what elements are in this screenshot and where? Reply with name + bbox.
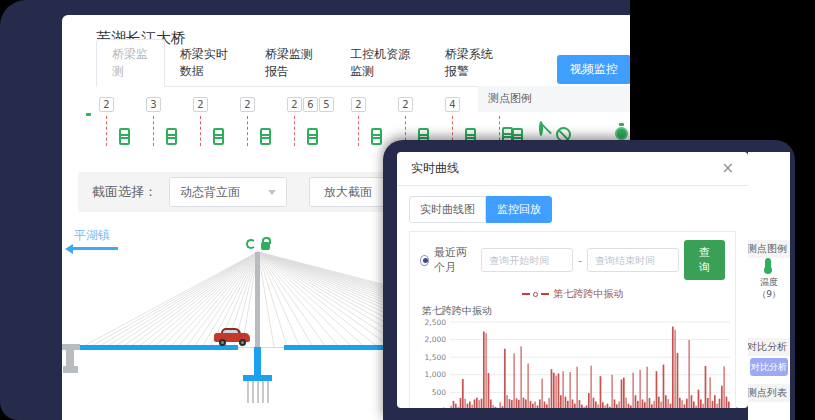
bridge-tower [255,252,260,347]
tab-1[interactable]: 桥梁实时数据 [165,40,250,86]
svg-text:1,000: 1,000 [425,370,447,379]
svg-text:2,000: 2,000 [425,335,447,344]
section-select-value: 动态背立面 [180,184,240,201]
sensor-drop-line [358,116,359,146]
section-select-label: 截面选择： [92,183,157,201]
recent-two-months-radio[interactable] [420,255,429,266]
svg-text:500: 500 [432,388,447,397]
underlying-page-fragment: 测点图例 温度 （9） 对比分析 对比分析 测点列表 [748,152,790,420]
legend-series-label: 第七跨跨中振动 [554,287,624,301]
chain-icon[interactable] [260,128,270,144]
sensor-count-badge[interactable]: 2 [99,97,114,112]
vibration-chart: 05001,0001,5002,0002,500时间 2018-09-30 16… [420,318,725,408]
sensor-count-badge[interactable]: 2 [398,97,413,112]
sensor-drop-line [106,116,107,146]
tab-4[interactable]: 桥梁系统报警 [430,40,515,86]
bridge-abutment [63,366,78,373]
sensor-group: 2 [240,97,270,154]
legend-marker-icon [541,293,549,295]
sensor-count-badge[interactable]: 6 [303,97,318,112]
sensor-count-badge[interactable]: 2 [351,97,366,112]
video-monitor-button[interactable]: 视频监控 [557,55,631,84]
tab-2[interactable]: 桥梁监测报告 [250,40,335,86]
car-wheel [219,339,226,346]
bridge-deck [72,345,238,350]
chain-icon[interactable] [119,128,129,144]
legend-marker-icon [522,293,530,295]
chain-icon[interactable] [307,128,317,144]
chart-legend[interactable]: 第七跨跨中振动 [420,287,725,301]
sensor-group: 2 [351,97,381,154]
thermometer-icon [765,258,771,269]
sensor-drop-line [247,116,248,146]
chain-icon[interactable] [371,128,381,144]
compare-analysis-button[interactable]: 对比分析 [750,358,788,376]
dialog-header: 实时曲线 × [397,152,748,186]
dialog-title: 实时曲线 [411,160,459,177]
bridge-tower-base [254,347,261,377]
legend-panel-header: 测点图例 [478,86,630,112]
recent-two-months-label: 最近两个月 [434,245,476,275]
sensor-count-badge[interactable]: 2 [193,97,208,112]
desktop-background [630,0,815,146]
tab-3[interactable]: 工控机资源监测 [335,40,429,86]
sensor-group: 2 [193,97,223,154]
sensor-count-badge[interactable]: 3 [146,97,161,112]
query-button[interactable]: 查询 [684,240,725,280]
compare-analysis-header: 对比分析 [748,338,790,356]
date-range-separator: - [578,254,582,267]
sensor-group: 3 [146,97,176,154]
svg-text:1,500: 1,500 [425,353,447,362]
sensor-group: 2 [99,97,129,154]
bridge-deck-gap [238,347,284,348]
dialog-tab-bar: 实时曲线图监控回放 [409,196,736,223]
section-select-dropdown[interactable]: 动态背立面 [169,177,287,207]
svg-text:时间: 时间 [736,406,738,408]
sensor-count-badge[interactable]: 5 [319,97,334,112]
close-icon[interactable]: × [721,161,734,176]
bridge-piles [247,381,269,403]
sensor-count-badge[interactable]: 2 [240,97,255,112]
svg-text:2,500: 2,500 [425,318,447,327]
query-start-time-input[interactable] [481,248,573,272]
realtime-curve-dialog: 实时曲线 × 实时曲线图监控回放 最近两个月 - 查询 [397,152,748,408]
lock-icon [261,242,270,250]
query-end-time-input[interactable] [587,248,679,272]
refresh-icon [246,239,256,249]
sensor-count-badge[interactable]: 2 [287,97,302,112]
sensor-count-badge[interactable]: 4 [445,97,460,112]
chart-plot: 05001,0001,5002,0002,500时间 [420,318,738,408]
dialog-tab-0[interactable]: 实时曲线图 [409,196,486,223]
legend-panel-header: 测点图例 [748,240,790,258]
screen: 芜湖长江大桥 桥梁监测桥梁实时数据桥梁监测报告工控机资源监测桥梁系统报警 视频监… [0,0,815,420]
chart-title: 第七跨跨中振动 [422,304,725,318]
front-window-frame: 测点图例 温度 （9） 对比分析 对比分析 测点列表 实时曲线 × 实时曲线图监… [383,140,795,420]
vehicle-car [214,328,250,345]
enlarge-section-button[interactable]: 放大截面 [309,177,387,207]
dialog-tab-pane: 最近两个月 - 查询 第七跨跨中振动 第七跨跨中振动 05001, [409,231,736,408]
tab-0[interactable]: 桥梁监测 [96,39,165,87]
query-controls: 最近两个月 - 查询 [420,240,725,280]
sensor-drop-line [153,116,154,146]
chevron-down-icon [268,190,276,195]
chain-icon[interactable] [213,128,223,144]
timer-icon [615,127,628,140]
car-wheel [239,339,246,346]
main-tab-bar: 桥梁监测桥梁实时数据桥梁监测报告工控机资源监测桥梁系统报警 [96,59,515,87]
chain-icon[interactable] [166,128,176,144]
temperature-count: （9） [748,288,790,301]
sensor-drop-line [200,116,201,146]
dialog-tab-1[interactable]: 监控回放 [486,196,552,223]
sensor-drop-line [294,116,295,146]
sensor-group: 265 [287,97,334,154]
svg-text:0: 0 [441,406,446,409]
point-list-header: 测点列表 [748,384,790,402]
legend-marker-icon [533,292,538,297]
